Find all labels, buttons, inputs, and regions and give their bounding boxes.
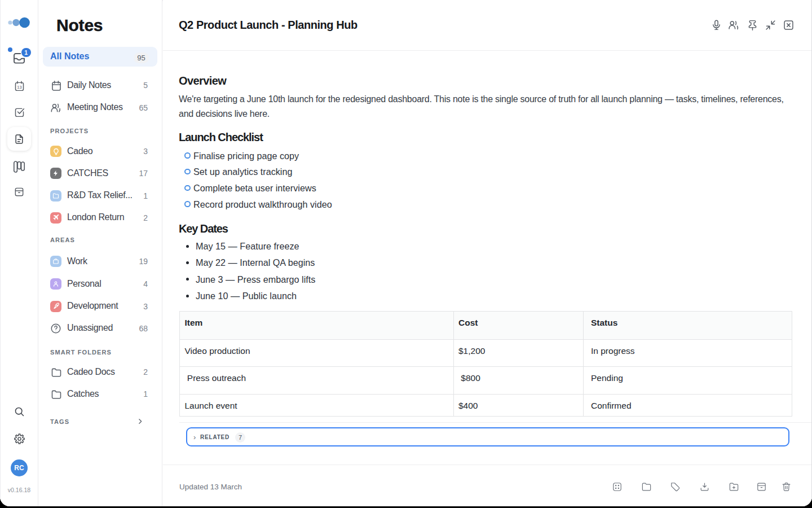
svg-text:13: 13 — [17, 85, 21, 90]
